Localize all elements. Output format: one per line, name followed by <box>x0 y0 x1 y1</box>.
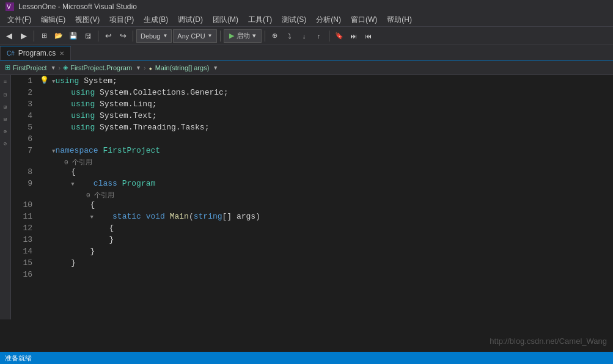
filepath-class[interactable]: FirstProject.Program ▼ <box>70 64 141 71</box>
line-content-4: using System.Text; <box>50 110 613 122</box>
code-line-8: 8 { <box>11 166 613 178</box>
filepath-bar: ⊞ FirstProject ▼ › ◈ FirstProject.Progra… <box>0 60 613 75</box>
save-button[interactable]: 💾 <box>67 29 80 43</box>
line-number-12: 12 <box>11 222 39 234</box>
line-number-2: 2 <box>11 87 39 98</box>
code-line-4: 4 using System.Text; <box>11 110 613 122</box>
menu-edit[interactable]: 编辑(E) <box>36 13 70 26</box>
menu-help[interactable]: 帮助(H) <box>382 13 417 26</box>
line-content-14: } <box>50 246 613 257</box>
vs-logo: V <box>5 2 15 12</box>
activity-error-list[interactable]: ⊟ <box>1 114 10 124</box>
menu-test[interactable]: 测试(S) <box>277 13 311 26</box>
code-line-8-wrapper: 8 0 个引用 8 { <box>11 156 613 178</box>
filepath-method[interactable]: Main(string[] args) ▼ <box>155 64 219 71</box>
menu-tools[interactable]: 工具(T) <box>243 13 277 26</box>
line-content-5: using System.Threading.Tasks; <box>50 122 613 133</box>
prev-bookmark-button[interactable]: ⏮ <box>362 29 375 43</box>
code-editor[interactable]: 1 💡 ▼using System; 2 using System.Collec… <box>11 75 613 352</box>
breakpoint-button[interactable]: ⊕ <box>268 29 282 43</box>
code-line-11: 11 ▼ static void Main(string[] args) <box>11 211 613 222</box>
line-number-14: 14 <box>11 246 39 257</box>
filepath-icon: ⊞ <box>5 64 10 71</box>
toolbar-sep-2 <box>98 31 98 42</box>
status-bar: 准备就绪 <box>0 352 613 364</box>
new-project-button[interactable]: ⊞ <box>37 29 51 43</box>
line-content-3: using System.Linq; <box>50 98 613 110</box>
menu-build[interactable]: 生成(B) <box>139 13 173 26</box>
code-line-5: 5 using System.Threading.Tasks; <box>11 122 613 133</box>
lightbulb-icon[interactable]: 💡 <box>40 75 49 87</box>
next-bookmark-button[interactable]: ⏭ <box>347 29 361 43</box>
bookmark-button[interactable]: 🔖 <box>332 29 346 43</box>
line-content-12: { <box>50 222 613 234</box>
tab-close-button[interactable]: ✕ <box>59 50 64 57</box>
start-button[interactable]: ▶ 启动 ▾ <box>224 29 262 43</box>
line-content-13: } <box>50 234 613 246</box>
save-all-button[interactable]: 🖫 <box>81 29 95 43</box>
toolbar-sep-3 <box>133 31 133 42</box>
filepath-middle-icon: ◈ <box>63 64 68 71</box>
code-line-10: 10 { <box>11 199 613 211</box>
menu-team[interactable]: 团队(M) <box>208 13 243 26</box>
forward-button[interactable]: ▶ <box>17 29 31 43</box>
line-number-4: 4 <box>11 110 39 122</box>
menu-project[interactable]: 项目(P) <box>105 13 139 26</box>
code-line-3: 3 using System.Linq; <box>11 98 613 110</box>
line-number-3: 3 <box>11 98 39 110</box>
debug-dropdown-arrow: ▼ <box>163 33 167 38</box>
toolbar-sep-5 <box>265 31 265 42</box>
line-content-2: using System.Collections.Generic; <box>50 87 613 98</box>
line-number-7: 7 <box>11 145 39 156</box>
line-content-7: ▼namespace FirstProject <box>50 145 613 158</box>
activity-properties[interactable]: ⊞ <box>1 102 10 112</box>
menu-file[interactable]: 文件(F) <box>2 13 36 26</box>
tab-cs-icon: C# <box>7 50 15 57</box>
code-line-1: 1 💡 ▼using System; <box>11 75 613 87</box>
step-into-button[interactable]: ↓ <box>298 29 311 43</box>
code-line-10-wrapper: 10 0 个引用 10 { <box>11 189 613 211</box>
menu-analyze[interactable]: 分析(N) <box>311 13 346 26</box>
menu-debug[interactable]: 调试(D) <box>173 13 208 26</box>
step-out-button[interactable]: ↑ <box>312 29 326 43</box>
line-number-13: 13 <box>11 234 39 246</box>
debug-mode-dropdown[interactable]: Debug ▼ <box>136 29 172 43</box>
line-number-8: 8 <box>11 166 39 178</box>
toolbar-sep-4 <box>220 31 221 42</box>
line-number-6: 6 <box>11 133 39 145</box>
line-number-1: 1 <box>11 75 39 87</box>
open-button[interactable]: 📂 <box>52 29 65 43</box>
step-over-button[interactable]: ⤵ <box>283 29 296 43</box>
cpu-mode-dropdown[interactable]: Any CPU ▼ <box>173 29 216 43</box>
line-content-1: ▼using System; <box>50 75 613 88</box>
redo-button[interactable]: ↪ <box>116 29 130 43</box>
menu-bar: 文件(F) 编辑(E) 视图(V) 项目(P) 生成(B) 调试(D) 团队(M… <box>0 13 613 27</box>
toolbar-sep-1 <box>34 31 34 42</box>
code-line-16: 16 <box>11 269 613 280</box>
activity-class-view[interactable]: ⊡ <box>1 90 10 100</box>
filepath-method-icon: ⬥ <box>149 64 153 71</box>
svg-text:V: V <box>7 4 11 10</box>
line-number-11: 11 <box>11 211 39 222</box>
title-bar: V LessonOne - Microsoft Visual Studio <box>0 0 613 13</box>
activity-find[interactable]: ⊘ <box>1 139 10 148</box>
filepath-class-arrow: ▼ <box>136 65 141 71</box>
line-indicator-1: 💡 <box>39 75 50 87</box>
line-number-5: 5 <box>11 122 39 133</box>
activity-bar: ≡ ⊡ ⊞ ⊟ ⊗ ⊘ <box>0 75 11 319</box>
menu-window[interactable]: 窗口(W) <box>346 13 382 26</box>
line-content-11: ▼ static void Main(string[] args) <box>50 211 613 224</box>
menu-view[interactable]: 视图(V) <box>70 13 105 26</box>
undo-button[interactable]: ↩ <box>101 29 115 43</box>
back-button[interactable]: ◀ <box>2 29 16 43</box>
code-line-6: 6 <box>11 133 613 145</box>
tab-program-cs[interactable]: C# Program.cs ✕ <box>0 46 71 60</box>
tab-bar: C# Program.cs ✕ <box>0 45 613 60</box>
filepath-project[interactable]: FirstProject ▼ <box>13 64 56 71</box>
line-content-10: { <box>50 199 613 211</box>
watermark: http://blog.csdn.net/Camel_Wang <box>490 337 607 346</box>
activity-output[interactable]: ⊗ <box>1 126 10 136</box>
activity-solution-explorer[interactable]: ≡ <box>1 78 10 87</box>
line-number-10: 10 <box>11 199 39 211</box>
filepath-sep-2: › <box>144 64 146 71</box>
